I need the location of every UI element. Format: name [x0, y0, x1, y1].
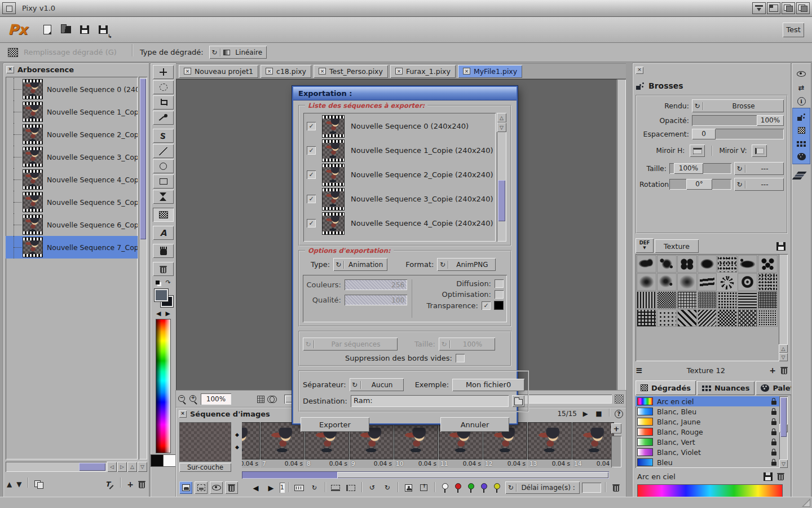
add-sequence-icon[interactable]: + — [127, 480, 134, 489]
texture-scrollbar[interactable]: △ ▽ — [779, 254, 788, 361]
scroll-left-icon[interactable]: ◁ — [107, 462, 117, 472]
frame-step-field[interactable]: 1 — [280, 483, 285, 493]
swap-colors-icon[interactable]: ↷ — [165, 279, 170, 286]
duplicate-sequence-icon[interactable] — [34, 480, 43, 488]
color-picker-strip[interactable] — [156, 319, 171, 453]
dock-textures-button[interactable] — [794, 124, 809, 137]
scroll-up-icon[interactable]: △ — [779, 344, 788, 353]
texture-swatch-3[interactable] — [677, 255, 697, 273]
delete-gradient-icon[interactable] — [777, 472, 784, 480]
marker-pin-5-icon[interactable] — [493, 483, 500, 493]
tree-item[interactable]: Nouvelle Sequence 6_Copie (240x240) — [6, 213, 138, 236]
dialog-titlebar[interactable]: Exportation : — [293, 87, 517, 100]
onion-skin-icon[interactable] — [267, 396, 277, 402]
texture-swatch-2[interactable] — [657, 255, 677, 273]
rectangle-tool[interactable] — [153, 174, 174, 189]
export-sequence-row[interactable]: Nouvelle Sequence 0 (240x240) — [307, 114, 496, 138]
mirror-v-button[interactable] — [752, 144, 767, 157]
grid-toggle-icon[interactable] — [257, 396, 264, 403]
texture-swatch-27[interactable] — [738, 309, 757, 327]
spacing-slider[interactable]: 0 — [692, 129, 784, 139]
timeline-frame[interactable]: 60.04 s — [242, 422, 260, 470]
mirror-h-frame-button[interactable] — [329, 481, 342, 494]
delete-tool[interactable] — [153, 262, 174, 276]
document-tab[interactable]: ×MyFile1.pixy — [458, 65, 522, 78]
tree-item[interactable]: Nouvelle Sequence 2_Copie (240x240) — [6, 123, 138, 146]
texture-tab[interactable]: Texture — [655, 239, 699, 253]
texture-swatch-10[interactable] — [677, 273, 697, 291]
add-texture-icon[interactable]: + — [769, 366, 776, 375]
tree-item[interactable]: Nouvelle Sequence 7_Copie (240x240) — [6, 236, 138, 259]
close-icon[interactable]: × — [184, 68, 191, 75]
optimisation-checkbox[interactable] — [495, 290, 504, 299]
timeline-frame[interactable]: 140.04 s — [572, 422, 614, 470]
scrollbar-track[interactable] — [6, 462, 107, 472]
tree-item[interactable]: Nouvelle Sequence 3_Copie (240x240) — [6, 146, 138, 168]
text-tool[interactable]: A — [153, 226, 174, 240]
dock-brushes-button[interactable] — [794, 111, 809, 123]
scroll-up-icon[interactable]: △ — [127, 462, 137, 472]
frame-image[interactable] — [572, 422, 614, 459]
tab-nuances[interactable]: Nuances — [697, 381, 754, 395]
document-tab[interactable]: ×c18.pixy — [261, 65, 311, 78]
default-colors-control[interactable]: ↷ — [156, 279, 170, 286]
delete-sequence-icon[interactable] — [138, 480, 145, 488]
texture-swatch-19[interactable] — [717, 291, 737, 309]
sequence-checkbox[interactable] — [307, 122, 316, 130]
texture-swatch-18[interactable] — [698, 291, 717, 309]
delete-overlay-button[interactable] — [225, 481, 238, 494]
zoom-out-icon[interactable]: − — [178, 395, 187, 404]
lock-icon[interactable] — [771, 452, 776, 456]
render-cycle[interactable]: ↻ Brosse — [692, 99, 784, 112]
rotation-slider[interactable]: 0° — [669, 179, 731, 190]
rotation-link-cycle[interactable]: ↻ --- — [734, 178, 784, 191]
texture-swatch-16[interactable] — [657, 291, 677, 309]
zoom-in-icon[interactable]: + — [189, 395, 198, 404]
export-button[interactable]: Exporter — [301, 417, 369, 432]
texture-swatch-26[interactable] — [717, 309, 737, 327]
hourglass-tool[interactable] — [153, 190, 174, 204]
pan-tool[interactable] — [153, 244, 174, 258]
close-icon[interactable]: × — [636, 67, 643, 74]
frames-scrollbar[interactable] — [242, 471, 609, 479]
crop-tool[interactable] — [153, 95, 174, 110]
texture-swatch-8[interactable] — [637, 273, 656, 291]
dock-palette-button[interactable] — [794, 150, 809, 163]
dock-visibility-button[interactable] — [794, 68, 809, 80]
texture-swatch-17[interactable] — [677, 291, 697, 309]
lock-icon[interactable] — [771, 431, 776, 435]
dock-info-button[interactable]: i — [794, 95, 809, 107]
gradient-type-cycle[interactable]: ↻ Linéaire — [209, 46, 267, 59]
palette-next-icon[interactable]: ▶ — [166, 310, 170, 317]
eyedropper-tool[interactable] — [153, 111, 174, 125]
crop-empty-checkbox[interactable] — [456, 354, 465, 362]
sequence-checkbox[interactable] — [307, 195, 316, 203]
white-swatch[interactable] — [164, 454, 176, 467]
close-icon[interactable]: × — [395, 68, 403, 75]
tree-horizontal-scrollbar[interactable]: ◁ ▷ △ ▽ — [6, 462, 147, 472]
texture-swatch-6[interactable] — [738, 255, 757, 273]
gradient-row[interactable]: Blanc, Violet — [636, 447, 779, 457]
texture-swatch-20[interactable] — [738, 291, 757, 309]
move-tool[interactable] — [153, 65, 174, 79]
close-icon[interactable]: × — [266, 68, 273, 75]
rename-sequence-icon[interactable]: T — [105, 480, 110, 488]
export-sequence-row[interactable]: Nouvelle Sequence 1_Copie (240x240) — [307, 138, 496, 163]
export-sequence-row[interactable]: Nouvelle Sequence 4_Copie (240x240) — [307, 211, 496, 235]
ellipse-tool[interactable] — [153, 159, 174, 173]
delete-frame-button[interactable] — [610, 481, 623, 494]
texture-swatch-22[interactable] — [637, 309, 656, 327]
tree-item[interactable]: Nouvelle Sequence 0 (240x240) — [6, 78, 138, 100]
list-scrollbar[interactable]: △ ▽ — [497, 113, 506, 242]
move-down-icon[interactable]: ▼ — [16, 480, 21, 488]
texture-swatch-25[interactable] — [698, 309, 717, 327]
help-icon[interactable]: ? — [615, 410, 623, 418]
document-tab[interactable]: ×Furax_1.pixy — [390, 65, 456, 78]
tree-item[interactable]: Nouvelle Sequence 1_Copie (240x240) — [6, 100, 138, 123]
document-tab[interactable]: ×Test_Perso.pixy — [314, 65, 388, 78]
texture-swatch-24[interactable] — [677, 309, 697, 327]
lock-icon[interactable] — [771, 401, 776, 405]
transparency-color-swatch[interactable] — [494, 301, 504, 310]
texture-swatch-1[interactable] — [637, 255, 656, 273]
foreground-color-swatch[interactable] — [155, 289, 168, 301]
